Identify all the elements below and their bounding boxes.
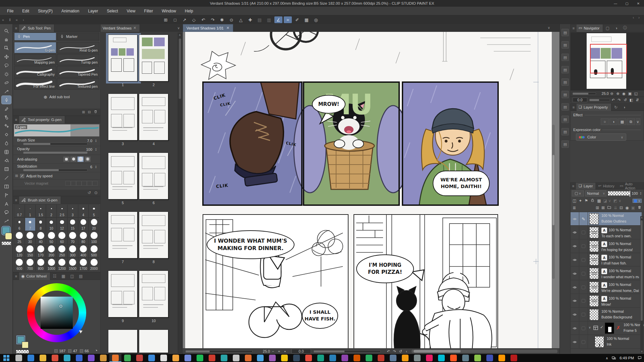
brush-size-50[interactable]: 50 (46, 231, 57, 244)
layer-row-to-each-one-s-own[interactable]: A100 % NormalTo each one's own. (571, 226, 642, 239)
brush-size-170[interactable]: 170 (36, 244, 46, 258)
brush-size-1500[interactable]: 1500 (67, 258, 78, 271)
reset-rotation-button[interactable]: ↺ (397, 349, 404, 354)
rotate-slider[interactable] (314, 350, 381, 353)
taskbar-app-7[interactable] (85, 354, 97, 362)
subtool-panel-tab[interactable]: Sub Tool: Pen (19, 24, 54, 32)
lasso-tool[interactable] (2, 61, 11, 69)
menu-view[interactable]: View (122, 7, 140, 15)
brush-size-70[interactable]: 70 (67, 231, 78, 244)
marker-tool[interactable] (2, 105, 11, 113)
enable-mask-icon[interactable]: ◪ ∨ (603, 198, 611, 203)
comic-page[interactable]: MU MROW! WE'RE ALMOSTHOME, DAITHI! I WON… (185, 32, 552, 349)
page-thumbnail-8[interactable] (139, 212, 168, 258)
combine-below-icon[interactable]: ⊟ (620, 205, 623, 210)
taskbar-app-16[interactable] (194, 354, 206, 362)
layer-thumbnail[interactable] (589, 213, 599, 225)
menu-help[interactable]: Help (180, 7, 198, 15)
layer-thumbnail[interactable] (589, 227, 599, 238)
decoration-tool[interactable] (2, 122, 11, 130)
brush-size-30[interactable]: 30 (25, 231, 36, 244)
deselect-icon[interactable]: △ (237, 16, 245, 23)
transparent-color-swatch[interactable] (16, 350, 29, 354)
taskbar-app-25[interactable] (303, 354, 315, 362)
navigator-view-rect[interactable] (590, 44, 627, 73)
brush-size-400[interactable]: 400 (78, 244, 89, 258)
network-icon[interactable] (611, 355, 616, 361)
correct-line-tool[interactable] (2, 217, 11, 225)
aa-middle-button[interactable] (77, 156, 84, 162)
transfer-down-icon[interactable]: ⇊ (614, 205, 617, 210)
select-rect-icon[interactable]: □ (171, 16, 179, 23)
color-wheel-tab[interactable]: ◉ Color Wheel (19, 273, 50, 280)
selection-pen-tool[interactable] (2, 79, 11, 87)
layer-thumbnail[interactable] (589, 254, 599, 265)
brush-size-40[interactable]: 40 (36, 231, 46, 244)
brush-size-20[interactable]: 20 (89, 218, 99, 231)
quick-access-dock-icon[interactable]: ▤ (561, 29, 569, 36)
panel-menu-icon[interactable]: ≡ (571, 184, 576, 188)
taskbar-app-22[interactable] (266, 354, 278, 362)
taskbar-app-30[interactable] (363, 354, 375, 362)
zoom-slider[interactable] (185, 350, 253, 353)
layer-checkbox[interactable] (579, 281, 588, 294)
information-tab-icon[interactable]: ⓘ (621, 24, 629, 32)
layer-row-i-m-hoping-for-pizza[interactable]: A100 % NormalI'm hoping for pizza! (571, 240, 642, 253)
brush-size-100[interactable]: 100 (89, 231, 99, 244)
auto-select-tool[interactable] (2, 70, 11, 78)
canvas-area[interactable]: Verdant Shadows 1/31✕ ∨ (183, 24, 559, 354)
new-raster-layer-icon[interactable]: ⊞ (596, 205, 599, 210)
sv-cursor[interactable] (59, 305, 62, 308)
canvas-vscrollbar[interactable] (552, 125, 555, 279)
layer-checkbox[interactable] (579, 240, 588, 253)
blend-tool[interactable] (2, 139, 11, 147)
gradient-tool[interactable] (2, 165, 11, 173)
taskbar-app-27[interactable] (327, 354, 339, 362)
brush-size-4[interactable]: 4 (78, 204, 89, 218)
zoom-in-button[interactable]: + (276, 349, 282, 353)
taskbar-app-36[interactable] (435, 354, 447, 362)
brush-size-500[interactable]: 500 (89, 244, 99, 258)
color-set-tab-icon[interactable]: ▦ (59, 273, 68, 280)
layer-visible-icon[interactable] (571, 253, 579, 266)
layer-checkbox[interactable] (579, 335, 588, 349)
snap-ruler-icon[interactable]: ▤ (256, 16, 264, 23)
sub-view-dock-icon[interactable]: ▤ (561, 116, 569, 123)
taskbar-app-28[interactable] (339, 354, 351, 362)
wrap-position-icon[interactable]: ⊞ (162, 16, 170, 23)
dock-collapse-arrows[interactable]: « ‖ « ‹ (0, 18, 161, 22)
page-thumbnail-10[interactable] (139, 270, 168, 317)
subtool-group-marker[interactable]: Marker (57, 33, 99, 41)
taskbar-app-19[interactable] (230, 354, 242, 362)
text-tool[interactable] (2, 200, 11, 208)
fill-tool[interactable] (2, 157, 11, 165)
brush-size-1.5[interactable]: 1.5 (36, 204, 46, 218)
page-thumbnail-11[interactable] (108, 329, 138, 353)
redo-icon[interactable]: ↷ (209, 16, 217, 23)
page-thumbnail-4[interactable] (139, 94, 168, 140)
layer-checkbox[interactable] (579, 253, 588, 266)
hand-tool[interactable] (2, 36, 11, 44)
page-thumbnail-9[interactable] (108, 270, 138, 317)
panel-menu-icon[interactable]: ≡ (13, 26, 19, 30)
material-3d-dock-icon[interactable]: ▤ (561, 91, 569, 98)
taskbar-app-3[interactable] (37, 354, 49, 362)
nav-rotate-ccw[interactable]: ↶ (610, 98, 616, 102)
nav-flip-h[interactable]: ◧ (628, 98, 634, 102)
taskbar-app-32[interactable] (387, 354, 399, 362)
clear-icon[interactable]: ✱ (218, 16, 226, 23)
layer-tab[interactable]: ❏Layer (576, 183, 595, 189)
brush-size-800[interactable]: 800 (36, 258, 46, 271)
start-button[interactable] (0, 354, 13, 362)
layer-visible-icon[interactable] (571, 212, 579, 226)
layer-checkbox[interactable] (579, 321, 588, 335)
undo-icon[interactable]: ↶ (199, 16, 207, 23)
tone-tab-icon[interactable]: ◗ (620, 104, 629, 111)
layer-checkbox[interactable] (579, 308, 588, 321)
new-vector-layer-icon[interactable]: ⊠ (601, 205, 605, 210)
lock-layer-icon[interactable] (590, 198, 595, 203)
taskbar-app-6[interactable] (73, 354, 85, 362)
taskbar-app-11[interactable] (133, 354, 146, 362)
close-button[interactable]: ✕ (633, 0, 644, 7)
collapse-button[interactable]: ‹ (404, 349, 410, 353)
